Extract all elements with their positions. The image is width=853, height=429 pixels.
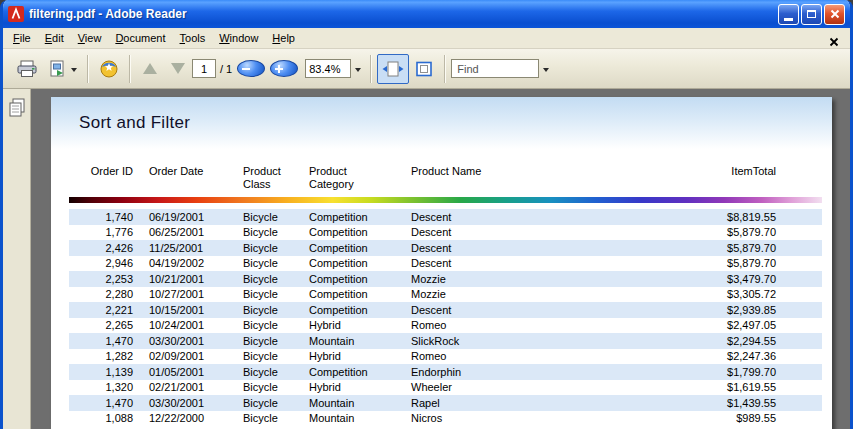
page-count-label: / 1 (220, 63, 232, 75)
fit-page-button[interactable] (409, 54, 439, 84)
table-cell: Competition (309, 226, 379, 238)
hide-menubar-icon[interactable] (829, 33, 839, 43)
table-cell: Bicycle (243, 381, 303, 393)
table-cell: Nicros (411, 412, 702, 424)
minimize-button[interactable] (778, 4, 799, 25)
table-cell: 2,426 (69, 242, 133, 254)
title-bar[interactable]: filtering.pdf - Adobe Reader (3, 0, 850, 28)
chevron-down-icon (355, 68, 361, 72)
table-cell: Descent (411, 242, 702, 254)
table-row: 1,13901/05/2001BicycleCompetitionEndorph… (69, 364, 822, 380)
table-cell: 10/24/2001 (149, 319, 237, 331)
column-header: ItemTotal (702, 165, 822, 178)
table-cell: 1,139 (69, 366, 133, 378)
table-cell: 1,740 (69, 211, 133, 223)
toolbar-separator (129, 55, 131, 83)
table-cell: 10/15/2001 (149, 304, 237, 316)
table-cell: Wheeler (411, 381, 702, 393)
table-header-row: Order ID Order Date Product Class Produc… (69, 165, 822, 193)
page-number-input[interactable] (192, 59, 216, 78)
fit-width-icon (382, 61, 404, 77)
navigation-pane (3, 89, 31, 429)
table-cell: 1,470 (69, 397, 133, 409)
export-icon (48, 60, 68, 78)
report-header-band: Sort and Filter (51, 97, 832, 149)
close-button[interactable] (824, 4, 845, 25)
printer-icon (16, 60, 38, 78)
menu-edit[interactable]: Edit (38, 29, 71, 47)
column-header: Product Class (243, 165, 303, 191)
table-cell: Mountain (309, 335, 379, 347)
table-cell: $5,879.70 (702, 226, 822, 238)
table-cell: Descent (411, 211, 702, 223)
export-button[interactable] (43, 54, 82, 84)
table-row: 2,28010/27/2001BicycleCompetitionMozzie$… (69, 287, 822, 303)
table-cell: 03/30/2001 (149, 397, 237, 409)
table-cell: $989.55 (702, 412, 822, 424)
table-cell: 01/05/2001 (149, 366, 237, 378)
menu-view[interactable]: View (71, 29, 109, 47)
table-cell: Competition (309, 288, 379, 300)
fit-width-button[interactable] (377, 54, 409, 84)
table-cell: 03/30/2001 (149, 335, 237, 347)
document-area[interactable]: Sort and Filter Order ID Order Date Prod… (31, 89, 850, 429)
table-cell: Hybrid (309, 381, 379, 393)
next-page-button[interactable] (164, 54, 192, 84)
table-cell: $2,939.85 (702, 304, 822, 316)
table-cell: Bicycle (243, 273, 303, 285)
table-cell: Descent (411, 304, 702, 316)
table-cell: 1,776 (69, 226, 133, 238)
table-cell: Bicycle (243, 397, 303, 409)
table-cell: 2,265 (69, 319, 133, 331)
menu-tools[interactable]: Tools (173, 29, 213, 47)
pages-panel-icon[interactable] (8, 98, 26, 122)
table-cell: 1,088 (69, 412, 133, 424)
menu-window[interactable]: Window (212, 29, 265, 47)
table-cell: Mozzie (411, 273, 702, 285)
table-cell: Bicycle (243, 366, 303, 378)
table-cell: Bicycle (243, 288, 303, 300)
print-button[interactable] (11, 54, 43, 84)
zoom-dropdown-button[interactable] (351, 54, 365, 84)
table-cell: 2,253 (69, 273, 133, 285)
chevron-down-icon (543, 68, 549, 72)
table-cell: 1,320 (69, 381, 133, 393)
table-cell: Bicycle (243, 412, 303, 424)
table-cell: Competition (309, 211, 379, 223)
table-cell: $3,479.70 (702, 273, 822, 285)
zoom-in-button[interactable] (270, 60, 298, 77)
table-cell: 04/19/2002 (149, 257, 237, 269)
search-web-button[interactable] (94, 54, 124, 84)
table-cell: $1,439.55 (702, 397, 822, 409)
find-dropdown-button[interactable] (539, 54, 553, 84)
rainbow-divider (69, 197, 822, 203)
toolbar-separator (444, 55, 446, 83)
table-cell: Bicycle (243, 257, 303, 269)
menu-bar: File Edit View Document Tools Window Hel… (3, 28, 850, 49)
menu-help[interactable]: Help (265, 29, 302, 47)
globe-icon (99, 59, 119, 79)
zoom-out-button[interactable] (237, 60, 265, 77)
table-cell: 02/21/2001 (149, 381, 237, 393)
column-header: Product Name (411, 165, 702, 178)
table-cell: 2,221 (69, 304, 133, 316)
table-row: 2,25310/21/2001BicycleCompetitionMozzie$… (69, 271, 822, 287)
zoom-level-input[interactable] (305, 59, 351, 78)
table-cell: Descent (411, 226, 702, 238)
table-cell: $5,879.70 (702, 257, 822, 269)
table-row: 1,77606/25/2001BicycleCompetitionDescent… (69, 225, 822, 241)
table-cell: Competition (309, 304, 379, 316)
find-input[interactable] (451, 59, 539, 78)
window-controls (778, 4, 845, 25)
minimize-icon (784, 18, 793, 21)
table-cell: Rapel (411, 397, 702, 409)
table-cell: $1,799.70 (702, 366, 822, 378)
table-cell: Competition (309, 242, 379, 254)
previous-page-button[interactable] (136, 54, 164, 84)
table-cell: 06/19/2001 (149, 211, 237, 223)
menu-document[interactable]: Document (108, 29, 172, 47)
export-dropdown-icon (71, 68, 77, 72)
restore-button[interactable] (801, 4, 822, 25)
table-cell: Hybrid (309, 319, 379, 331)
menu-file[interactable]: File (6, 29, 38, 47)
